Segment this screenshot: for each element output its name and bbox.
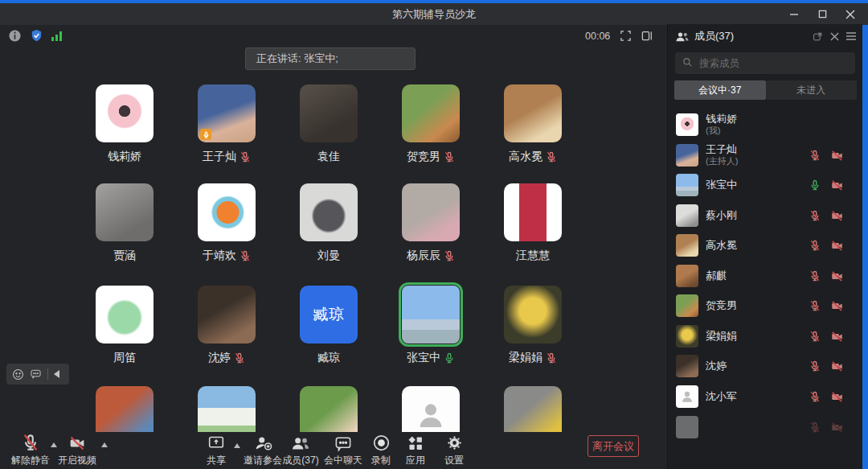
search-icon: [682, 57, 693, 68]
participant-avatar: [300, 386, 358, 432]
person-placeholder-icon: [680, 389, 694, 404]
member-name: 贺竞男: [706, 298, 737, 313]
participant-tile[interactable]: 王子灿: [182, 84, 271, 163]
camera-off-icon[interactable]: [829, 300, 845, 312]
participant-tile[interactable]: 刘曼: [285, 183, 373, 262]
participant-tile[interactable]: 高水冕: [489, 84, 577, 163]
popout-icon[interactable]: [813, 31, 823, 42]
mic-muted-icon[interactable]: [809, 240, 821, 251]
participant-tile[interactable]: 贾涵: [80, 183, 169, 262]
camera-off-icon: [829, 422, 845, 434]
camera-off-icon[interactable]: [829, 210, 845, 222]
close-button[interactable]: [837, 3, 863, 25]
member-row[interactable]: 钱莉娇 (我): [668, 109, 862, 140]
member-name: 沈婷: [706, 359, 727, 373]
tab-not-joined[interactable]: 未进入: [766, 80, 858, 100]
menu-icon[interactable]: [846, 32, 856, 40]
participant-name: 钱莉娇: [108, 150, 141, 164]
collapse-arrow-icon[interactable]: [54, 370, 59, 378]
member-row[interactable]: 王子灿 (主持人): [668, 140, 862, 171]
participant-tile[interactable]: 钱莉娇: [80, 84, 169, 163]
participant-name: 周笛: [113, 351, 136, 365]
participant-avatar: [300, 84, 358, 142]
camera-off-icon[interactable]: [829, 331, 845, 343]
participant-name: 汪慧慧: [516, 249, 550, 263]
participant-tile-partial[interactable]: [387, 386, 475, 432]
mic-muted-icon[interactable]: [809, 391, 821, 402]
member-name: 高水冕: [706, 238, 737, 253]
participant-tile-active-speaker[interactable]: 张宝中: [387, 286, 475, 364]
tab-in-meeting[interactable]: 会议中·37: [674, 80, 766, 100]
participant-name: 袁佳: [317, 150, 340, 164]
member-row[interactable]: 高水冕: [668, 230, 862, 261]
member-name: 郝麒: [706, 269, 727, 283]
members-panel-header: 成员(37): [668, 24, 862, 48]
mic-muted-icon[interactable]: [809, 360, 821, 372]
participant-avatar: [402, 183, 460, 241]
camera-off-icon[interactable]: [829, 150, 845, 162]
search-members-input[interactable]: [675, 52, 855, 74]
minimize-button[interactable]: [781, 3, 807, 25]
participant-tile[interactable]: 周笛: [80, 286, 169, 364]
participant-tile-partial[interactable]: [80, 386, 169, 432]
mic-muted-icon[interactable]: [809, 270, 821, 282]
member-row-partial[interactable]: [668, 412, 862, 442]
member-avatar: [676, 204, 698, 227]
close-panel-icon[interactable]: [830, 32, 839, 41]
mic-muted-icon[interactable]: [809, 150, 821, 161]
minimize-icon: [789, 10, 799, 19]
participant-tile[interactable]: 梁娟娟: [489, 286, 577, 364]
participant-tile[interactable]: 汪慧慧: [489, 183, 577, 262]
mic-active-icon[interactable]: [809, 179, 821, 191]
member-row[interactable]: 沈小军: [668, 381, 862, 412]
camera-off-icon[interactable]: [829, 179, 845, 191]
member-row[interactable]: 张宝中: [668, 170, 862, 200]
participant-tile[interactable]: 臧琼 臧琼: [285, 286, 373, 364]
person-placeholder-icon: [415, 399, 447, 431]
start-video-label: 开启视频: [45, 454, 109, 467]
participant-tile-partial[interactable]: [489, 386, 577, 432]
mic-muted-icon[interactable]: [809, 331, 821, 342]
participant-tile[interactable]: 沈婷: [182, 286, 271, 364]
member-row[interactable]: 郝麒: [668, 261, 862, 291]
leave-meeting-button[interactable]: 离开会议: [588, 435, 639, 457]
participant-avatar: [96, 286, 154, 344]
participant-tile[interactable]: 于靖欢: [182, 183, 271, 262]
mic-muted-icon[interactable]: [809, 210, 821, 221]
participant-tile-partial[interactable]: [285, 386, 373, 432]
member-row[interactable]: 梁娟娟: [668, 321, 862, 352]
participant-tile[interactable]: 贺竞男: [387, 84, 475, 163]
participant-name: 于靖欢: [203, 249, 236, 263]
member-row[interactable]: 蔡小刚: [668, 200, 862, 231]
avatar-text: 臧琼: [300, 286, 358, 344]
participant-tile[interactable]: 袁佳: [285, 84, 373, 163]
settings-button[interactable]: 设置: [422, 432, 486, 467]
member-name: 沈小军: [706, 389, 737, 404]
participant-avatar: [96, 84, 154, 142]
member-avatar: [676, 325, 698, 348]
emoji-icon[interactable]: [12, 368, 24, 381]
camera-off-icon[interactable]: [829, 270, 845, 282]
member-avatar: [676, 416, 698, 438]
maximize-button[interactable]: [809, 3, 835, 25]
mic-muted-icon: [546, 352, 557, 364]
participant-tile-partial[interactable]: [182, 386, 271, 432]
close-icon: [845, 10, 855, 19]
member-name: 蔡小刚: [706, 208, 737, 223]
camera-off-icon[interactable]: [829, 240, 845, 252]
camera-off-icon[interactable]: [829, 360, 845, 372]
member-row[interactable]: 贺竞男: [668, 290, 862, 321]
member-row[interactable]: 沈婷: [668, 351, 862, 381]
settings-label: 设置: [422, 454, 486, 467]
pill-divider: [47, 368, 48, 380]
participant-avatar: [300, 183, 358, 241]
participant-name: 高水冕: [509, 150, 542, 164]
chat-bubble-icon[interactable]: [30, 368, 42, 380]
participant-name: 贺竞男: [407, 150, 440, 164]
member-role: (主持人): [706, 155, 738, 167]
mic-muted-icon[interactable]: [809, 300, 821, 311]
video-options-caret[interactable]: [101, 442, 108, 447]
start-video-button[interactable]: 开启视频: [45, 432, 109, 467]
participant-tile[interactable]: 杨辰辰: [387, 183, 475, 262]
camera-off-icon[interactable]: [829, 391, 845, 403]
